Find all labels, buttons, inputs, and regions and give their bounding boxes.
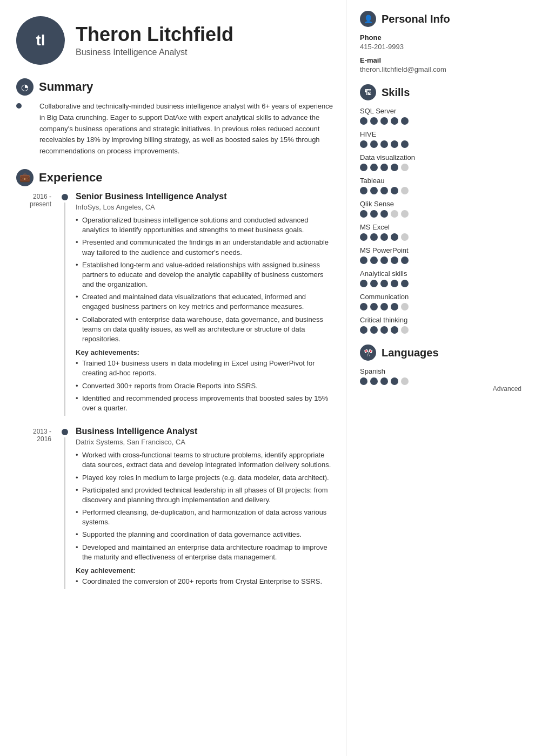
dot-filled bbox=[380, 164, 388, 171]
key-achievements-label-1: Key achievements: bbox=[76, 348, 335, 356]
skill-row: HIVE bbox=[360, 130, 521, 148]
list-item: Created and maintained data visualizatio… bbox=[76, 292, 335, 312]
dot-filled bbox=[360, 164, 367, 171]
personal-info-section: 👤 Personal Info Phone 415-201-9993 E-mai… bbox=[360, 11, 521, 73]
skill-dots bbox=[360, 117, 521, 125]
experience-header: 💼 Experience bbox=[16, 169, 335, 186]
experience-icon: 💼 bbox=[16, 169, 34, 186]
skill-dots bbox=[360, 280, 521, 287]
job-date-text-2: 2013 -2016 bbox=[33, 428, 51, 443]
dot-empty bbox=[401, 187, 409, 194]
skill-dots bbox=[360, 187, 521, 194]
languages-header: 🎌 Languages bbox=[360, 345, 521, 361]
skills-header: 🏗 Skills bbox=[360, 84, 521, 100]
candidate-title: Business Intelligence Analyst bbox=[76, 48, 233, 57]
dot-empty bbox=[401, 377, 409, 385]
email-value: theron.litchfield@gmail.com bbox=[360, 65, 521, 73]
job-company-2: Datrix Systems, San Francisco, CA bbox=[76, 438, 335, 446]
dot-filled bbox=[380, 210, 388, 218]
dot-filled bbox=[391, 326, 398, 334]
dot-empty bbox=[401, 210, 409, 218]
dot-filled bbox=[360, 377, 367, 385]
list-item: Identified and recommended process impro… bbox=[76, 394, 335, 413]
dot-filled bbox=[370, 256, 378, 264]
job-content-1: Senior Business Intelligence Analyst Inf… bbox=[70, 192, 335, 416]
skill-row: SQL Server bbox=[360, 107, 521, 125]
summary-dot bbox=[16, 103, 22, 109]
dot-empty bbox=[401, 326, 409, 334]
languages-title: Languages bbox=[382, 347, 439, 359]
skill-dots bbox=[360, 326, 521, 334]
language-dots bbox=[360, 377, 409, 385]
person-icon: 👤 bbox=[360, 11, 376, 27]
summary-icon: ◔ bbox=[16, 78, 34, 96]
list-item: Presented and communicated the findings … bbox=[76, 238, 335, 257]
dot-filled bbox=[360, 140, 367, 148]
dot-filled bbox=[391, 187, 398, 194]
skill-name: Critical thinking bbox=[360, 316, 521, 324]
phone-value: 415-201-9993 bbox=[360, 43, 521, 51]
dot-filled bbox=[380, 256, 388, 264]
skill-name: Communication bbox=[360, 293, 521, 301]
dot-empty bbox=[391, 210, 398, 218]
skill-dots bbox=[360, 140, 521, 148]
dot-filled bbox=[370, 303, 378, 310]
list-item: Participated and provided technical lead… bbox=[76, 485, 335, 505]
dot-filled bbox=[380, 326, 388, 334]
skill-name: Tableau bbox=[360, 177, 521, 185]
dot-filled bbox=[360, 256, 367, 264]
achievement-bullets-2: Coordinated the conversion of 200+ repor… bbox=[76, 577, 335, 586]
resume-header: tl Theron Litchfield Business Intelligen… bbox=[16, 16, 335, 65]
experience-timeline: 2016 -present Senior Business Intelligen… bbox=[16, 192, 335, 589]
language-dots-row bbox=[360, 377, 521, 385]
dot-filled bbox=[380, 187, 388, 194]
dot-filled bbox=[380, 117, 388, 125]
languages-list: SpanishAdvanced bbox=[360, 367, 521, 393]
timeline-dot-1 bbox=[62, 194, 68, 200]
dot-filled bbox=[360, 210, 367, 218]
dot-filled bbox=[391, 377, 398, 385]
dot-filled bbox=[360, 280, 367, 287]
personal-info-title: Personal Info bbox=[382, 13, 450, 25]
summary-content: Collaborative and technically-minded bus… bbox=[16, 101, 335, 157]
job-content-2: Business Intelligence Analyst Datrix Sys… bbox=[70, 427, 335, 589]
list-item: Established long-term and value-added re… bbox=[76, 260, 335, 290]
dot-filled bbox=[401, 280, 409, 287]
personal-info-header: 👤 Personal Info bbox=[360, 11, 521, 27]
dot-filled bbox=[380, 140, 388, 148]
summary-title: Summary bbox=[39, 80, 93, 94]
dot-filled bbox=[391, 303, 398, 310]
dot-filled bbox=[370, 164, 378, 171]
skill-row: Tableau bbox=[360, 177, 521, 194]
dot-empty bbox=[401, 303, 409, 310]
skill-row: Communication bbox=[360, 293, 521, 310]
skills-list: SQL ServerHIVEData visualizationTableauQ… bbox=[360, 107, 521, 334]
dot-filled bbox=[380, 377, 388, 385]
timeline-dot-2 bbox=[62, 429, 68, 435]
skill-name: Data visualization bbox=[360, 153, 521, 161]
skills-title: Skills bbox=[382, 86, 410, 99]
summary-text: Collaborative and technically-minded bus… bbox=[27, 101, 335, 157]
dot-filled bbox=[380, 280, 388, 287]
dot-filled bbox=[370, 233, 378, 241]
dot-empty bbox=[401, 164, 409, 171]
timeline-line-2 bbox=[64, 437, 65, 589]
language-row: SpanishAdvanced bbox=[360, 367, 521, 393]
skill-row: MS PowerPoint bbox=[360, 246, 521, 264]
dot-filled bbox=[391, 256, 398, 264]
list-item: Worked with cross-functional teams to st… bbox=[76, 450, 335, 470]
timeline-item-2: 2013 -2016 Business Intelligence Analyst… bbox=[16, 427, 335, 589]
dot-filled bbox=[391, 140, 398, 148]
skill-row: MS Excel bbox=[360, 223, 521, 241]
list-item: Trained 10+ business users in data model… bbox=[76, 359, 335, 378]
dot-filled bbox=[360, 303, 367, 310]
avatar: tl bbox=[16, 16, 65, 65]
timeline-dot-col-1 bbox=[59, 192, 70, 416]
skill-name: MS Excel bbox=[360, 223, 521, 231]
candidate-name: Theron Litchfield bbox=[76, 24, 233, 45]
skill-row: Data visualization bbox=[360, 153, 521, 171]
job-date-2: 2013 -2016 bbox=[16, 427, 59, 589]
skill-dots bbox=[360, 210, 521, 218]
header-text: Theron Litchfield Business Intelligence … bbox=[76, 24, 233, 58]
timeline-dot-col-2 bbox=[59, 427, 70, 589]
